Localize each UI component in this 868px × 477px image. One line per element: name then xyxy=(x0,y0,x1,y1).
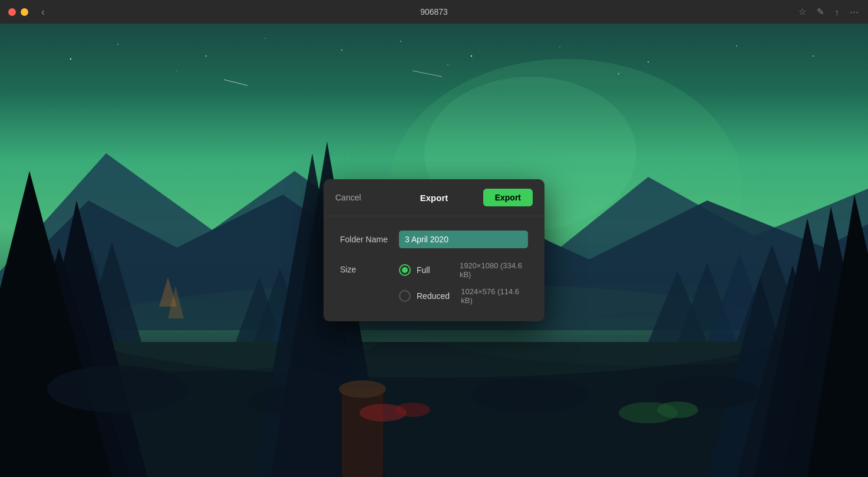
size-full-label: Full xyxy=(417,265,454,275)
more-icon[interactable]: ⋯ xyxy=(850,6,859,17)
size-full-details: 1920×1080 (334.6 kB) xyxy=(460,261,528,279)
dialog-header: Cancel Export Export xyxy=(324,179,544,216)
folder-name-input[interactable] xyxy=(399,231,528,248)
dialog-title: Export xyxy=(420,193,448,203)
edit-icon[interactable]: ✎ xyxy=(817,6,824,17)
traffic-close[interactable] xyxy=(8,8,16,16)
size-reduced-label: Reduced xyxy=(417,291,455,301)
export-dialog: Cancel Export Export Folder Name Size xyxy=(324,179,544,321)
export-button[interactable]: Export xyxy=(483,189,533,206)
radio-full-inner xyxy=(402,267,408,273)
cancel-button[interactable]: Cancel xyxy=(335,193,361,202)
size-option-full[interactable]: Full 1920×1080 (334.6 kB) xyxy=(399,261,528,279)
star-icon[interactable]: ☆ xyxy=(798,6,806,17)
titlebar: ‹ 906873 ☆ ✎ ↑ ⋯ xyxy=(0,0,868,24)
window-title: 906873 xyxy=(420,7,448,17)
back-button[interactable]: ‹ xyxy=(41,6,45,17)
folder-name-row: Folder Name xyxy=(340,231,528,248)
dialog-body: Folder Name Size Full 1920×1080 (334.6 k… xyxy=(324,216,544,321)
size-section: Size Full 1920×1080 (334.6 kB) Re xyxy=(340,261,528,305)
traffic-minimize[interactable] xyxy=(21,8,28,16)
radio-full[interactable] xyxy=(399,264,411,276)
size-label: Size xyxy=(340,261,399,274)
radio-reduced[interactable] xyxy=(399,290,411,302)
titlebar-nav: ‹ xyxy=(41,6,45,17)
size-option-reduced[interactable]: Reduced 1024×576 (114.6 kB) xyxy=(399,287,528,305)
size-options: Full 1920×1080 (334.6 kB) Reduced 1024×5… xyxy=(399,261,528,305)
titlebar-right: ☆ ✎ ↑ ⋯ xyxy=(798,6,869,17)
share-icon[interactable]: ↑ xyxy=(835,7,840,17)
dialog-overlay: Cancel Export Export Folder Name Size xyxy=(0,24,868,477)
size-reduced-details: 1024×576 (114.6 kB) xyxy=(461,287,528,305)
titlebar-left: ‹ xyxy=(0,6,45,17)
folder-name-label: Folder Name xyxy=(340,235,399,244)
